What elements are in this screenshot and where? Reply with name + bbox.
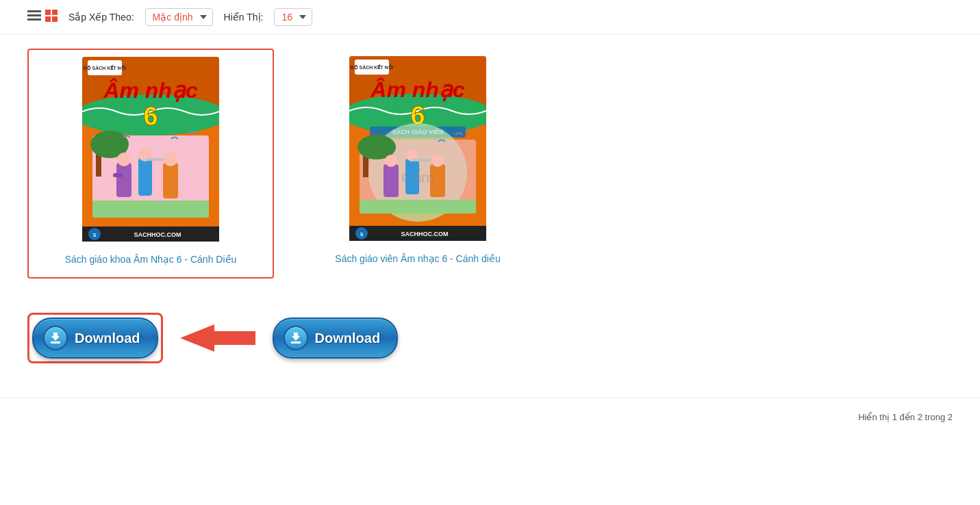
svg-rect-1 — [27, 14, 41, 16]
product-title-2: Sách giáo viên Âm nhạc 6 - Cánh diều — [302, 248, 533, 270]
svg-text:Âm nhạc: Âm nhạc — [103, 78, 198, 103]
svg-rect-21 — [113, 173, 123, 177]
svg-rect-2 — [27, 18, 41, 21]
svg-rect-3 — [45, 10, 51, 15]
svg-rect-25 — [163, 163, 178, 198]
list-view-icon[interactable] — [27, 10, 41, 25]
download-button-2[interactable]: Download — [273, 318, 399, 359]
main-content: BỘ SÁCH KẾT NỐI Âm nhạc 6 — [0, 35, 980, 384]
svg-rect-46 — [384, 164, 399, 197]
svg-text:BỘ SÁCH KẾT NỐI: BỘ SÁCH KẾT NỐI — [350, 64, 393, 70]
svg-text:6: 6 — [143, 102, 158, 131]
svg-rect-22 — [138, 158, 152, 196]
svg-text:SACHHOC.COM: SACHHOC.COM — [134, 231, 181, 238]
toolbar: Sắp Xếp Theo: Mặc định Tên A-Z Tên Z-A M… — [0, 0, 980, 35]
svg-rect-19 — [116, 163, 131, 197]
download-btn-wrapper-2: Download — [273, 318, 399, 359]
product-card-1[interactable]: BỘ SÁCH KẾT NỐI Âm nhạc 6 — [27, 49, 274, 279]
svg-text:Cấm: Cấm — [401, 169, 434, 186]
arrow-indicator — [177, 314, 259, 362]
download-icon-1 — [43, 326, 68, 350]
sort-label: Sắp Xếp Theo: — [68, 12, 134, 23]
view-icons — [27, 10, 58, 25]
svg-rect-16 — [92, 200, 209, 218]
svg-rect-24 — [145, 158, 166, 161]
book-cover-1: BỘ SÁCH KẾT NỐI Âm nhạc 6 — [82, 57, 219, 242]
svg-text:BỘ SÁCH KẾT NỐI: BỘ SÁCH KẾT NỐI — [83, 64, 126, 71]
pagination-bar: Hiển thị 1 đến 2 trong 2 — [0, 398, 980, 436]
pagination-text: Hiển thị 1 đến 2 trong 2 — [858, 412, 953, 422]
svg-text:SACHHOC.COM: SACHHOC.COM — [401, 231, 449, 237]
svg-rect-5 — [45, 16, 51, 22]
sort-select[interactable]: Mặc định Tên A-Z Tên Z-A Mới nhất — [145, 8, 213, 26]
grid-view-icon[interactable] — [45, 10, 58, 25]
download-label-2: Download — [315, 331, 381, 346]
svg-point-52 — [431, 155, 444, 167]
product-card-2[interactable]: BỘ SÁCH KẾT NỐI Âm nhạc 6 SÁCH GIÁO VIÊN — [294, 49, 541, 279]
download-label-1: Download — [75, 331, 140, 346]
svg-rect-6 — [52, 16, 58, 22]
svg-rect-4 — [52, 10, 58, 15]
download-btn-wrapper-1: Download — [27, 313, 163, 363]
product-title-1: Sách giáo khoa Âm Nhạc 6 - Cánh Diều — [36, 248, 266, 270]
svg-text:Âm nhạc: Âm nhạc — [370, 77, 465, 102]
svg-point-20 — [117, 153, 131, 166]
svg-rect-50 — [412, 159, 431, 161]
download-row: Download Download — [27, 306, 953, 370]
svg-marker-62 — [292, 333, 300, 341]
svg-text:S: S — [360, 232, 364, 237]
display-label: Hiển Thị: — [224, 12, 264, 23]
svg-text:S: S — [93, 233, 97, 237]
svg-point-47 — [385, 155, 397, 167]
svg-marker-58 — [51, 333, 60, 341]
svg-point-26 — [164, 153, 177, 166]
svg-rect-59 — [51, 341, 60, 344]
book-cover-2: BỘ SÁCH KẾT NỐI Âm nhạc 6 SÁCH GIÁO VIÊN — [349, 56, 486, 241]
svg-rect-60 — [214, 331, 255, 345]
svg-rect-0 — [27, 10, 41, 12]
display-select[interactable]: 8 16 24 32 — [274, 8, 312, 26]
download-icon-2 — [284, 326, 308, 350]
product-grid: BỘ SÁCH KẾT NỐI Âm nhạc 6 — [27, 49, 953, 279]
svg-marker-61 — [180, 324, 214, 352]
svg-rect-43 — [360, 200, 476, 213]
svg-rect-63 — [291, 341, 301, 344]
download-button-1[interactable]: Download — [32, 318, 158, 359]
